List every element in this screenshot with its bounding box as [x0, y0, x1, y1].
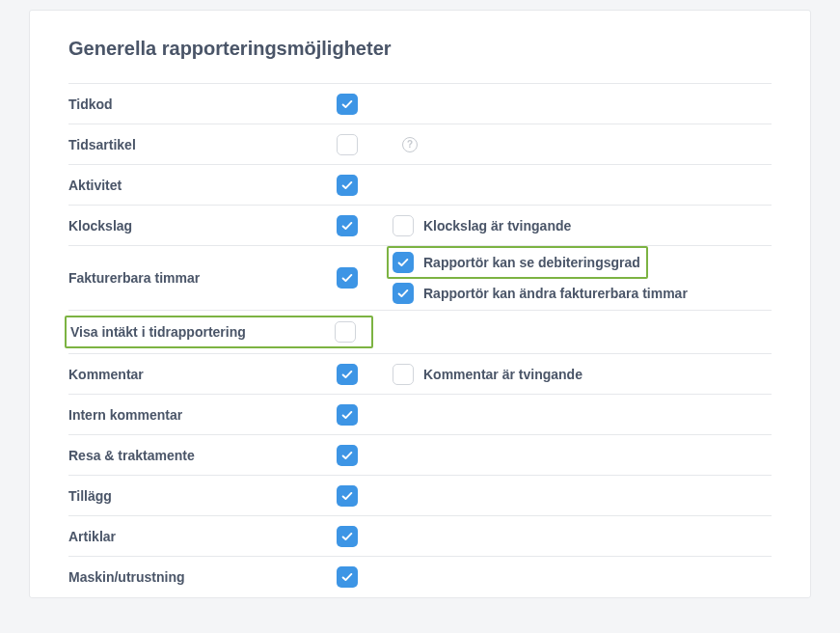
label-klockslag: Klockslag: [68, 218, 337, 234]
label-fakturerbara: Fakturerbara timmar: [68, 270, 337, 286]
check-icon: [340, 219, 354, 233]
row-resa: Resa & traktamente: [68, 435, 772, 476]
row-maskin: Maskin/utrustning: [68, 557, 772, 597]
highlight-debiteringsgrad: Rapportör kan se debiteringsgrad: [387, 246, 648, 279]
checkbox-klockslag-required[interactable]: [393, 215, 414, 236]
check-icon: [340, 368, 354, 381]
check-icon: [396, 256, 410, 269]
check-icon: [340, 530, 354, 543]
row-intern-kommentar: Intern kommentar: [68, 395, 772, 435]
checkbox-andra-timmar[interactable]: [393, 283, 414, 304]
label-tidkod: Tidkod: [68, 96, 337, 112]
label-klockslag-required: Klockslag är tvingande: [423, 218, 571, 234]
label-kommentar-required: Kommentar är tvingande: [423, 367, 583, 382]
checkbox-kommentar[interactable]: [337, 364, 358, 385]
label-aktivitet: Aktivitet: [68, 178, 337, 193]
check-icon: [340, 489, 354, 503]
settings-card: Generella rapporteringsmöjligheter Tidko…: [29, 10, 811, 598]
label-andra-timmar: Rapportör kan ändra fakturerbara timmar: [423, 286, 688, 301]
row-visa-intakt: Visa intäkt i tidrapportering: [68, 311, 772, 354]
row-fakturerbara: Fakturerbara timmar Rapportör kan se deb…: [68, 246, 772, 311]
check-icon: [340, 449, 354, 462]
section-title: Generella rapporteringsmöjligheter: [68, 38, 772, 60]
checkbox-fakturerbara[interactable]: [337, 267, 358, 289]
check-icon: [340, 408, 354, 422]
row-tillagg: Tillägg: [68, 476, 772, 516]
check-icon: [340, 179, 354, 192]
label-kommentar: Kommentar: [68, 367, 337, 382]
row-kommentar: Kommentar Kommentar är tvingande: [68, 354, 772, 395]
checkbox-artiklar[interactable]: [337, 526, 358, 547]
checkbox-tidkod[interactable]: [337, 94, 358, 115]
checkbox-kommentar-required[interactable]: [393, 364, 414, 385]
checkbox-tillagg[interactable]: [337, 485, 358, 507]
label-artiklar: Artiklar: [68, 529, 337, 544]
check-icon: [340, 271, 354, 285]
checkbox-tidsartikel[interactable]: [337, 134, 358, 155]
check-icon: [396, 287, 410, 300]
row-klockslag: Klockslag Klockslag är tvingande: [68, 206, 772, 246]
label-intern-kommentar: Intern kommentar: [68, 407, 337, 423]
row-aktivitet: Aktivitet: [68, 165, 772, 206]
checkbox-debiteringsgrad[interactable]: [393, 252, 414, 273]
checkbox-intern-kommentar[interactable]: [337, 404, 358, 426]
row-tidkod: Tidkod: [68, 84, 772, 124]
label-maskin: Maskin/utrustning: [68, 569, 337, 585]
check-icon: [340, 97, 354, 111]
label-tillagg: Tillägg: [68, 488, 337, 504]
label-tidsartikel: Tidsartikel: [68, 137, 337, 152]
checkbox-maskin[interactable]: [337, 566, 358, 588]
check-icon: [340, 570, 354, 584]
label-visa-intakt: Visa intäkt i tidrapportering: [70, 324, 335, 340]
checkbox-visa-intakt[interactable]: [335, 321, 356, 343]
row-artiklar: Artiklar: [68, 516, 772, 557]
highlight-visa-intakt: Visa intäkt i tidrapportering: [65, 316, 373, 348]
label-debiteringsgrad: Rapportör kan se debiteringsgrad: [423, 255, 640, 270]
row-tidsartikel: Tidsartikel ?: [68, 124, 772, 165]
checkbox-aktivitet[interactable]: [337, 175, 358, 196]
label-resa: Resa & traktamente: [68, 448, 337, 463]
help-icon[interactable]: ?: [402, 137, 418, 152]
checkbox-resa[interactable]: [337, 445, 358, 466]
checkbox-klockslag[interactable]: [337, 215, 358, 236]
